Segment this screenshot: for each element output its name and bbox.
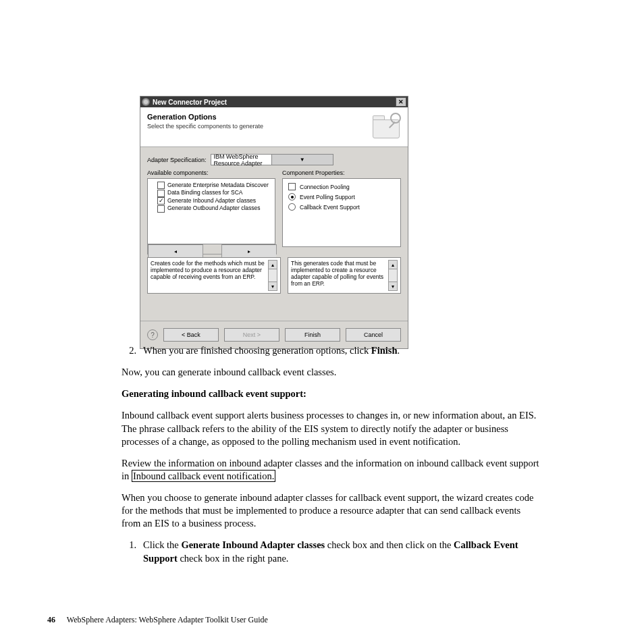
footer-title: WebSphere Adapters: WebSphere Adapter To…	[67, 615, 268, 624]
tree-item[interactable]: Generate Enterprise Metadata Discover	[151, 182, 272, 189]
cancel-button[interactable]: Cancel	[346, 328, 401, 342]
vertical-scrollbar[interactable]: ▴ ▾	[388, 260, 398, 291]
spec-label: Adapter Specification:	[147, 157, 207, 163]
prop-item[interactable]: Event Polling Support	[288, 193, 395, 200]
available-components-tree[interactable]: Generate Enterprise Metadata Discover Da…	[147, 178, 275, 244]
folder-icon	[371, 113, 401, 140]
spec-value: IBM WebSphere Resource Adapter	[211, 153, 272, 167]
titlebar: New Connector Project ✕	[140, 97, 408, 107]
wizard-title: Generation Options	[147, 113, 371, 121]
page-number: 46	[47, 615, 55, 624]
checkbox[interactable]	[288, 183, 296, 190]
tree-item[interactable]: ✓ Generate Inbound Adapter classes	[151, 197, 272, 205]
paragraph: Inbound callback event support alerts bu…	[122, 409, 540, 448]
spec-select[interactable]: IBM WebSphere Resource Adapter ▼	[211, 154, 333, 165]
help-icon[interactable]: ?	[147, 329, 158, 340]
next-button[interactable]: Next >	[224, 328, 279, 342]
properties-label: Component Properties:	[282, 169, 401, 176]
chevron-down-icon[interactable]: ▼	[271, 155, 333, 165]
close-icon[interactable]: ✕	[396, 97, 406, 107]
back-button[interactable]: < Back	[163, 328, 219, 342]
wizard-header: Generation Options Select the specific c…	[140, 107, 408, 146]
horizontal-scrollbar[interactable]: ◂ ▸	[147, 244, 277, 254]
heading: Generating inbound callback event suppor…	[122, 387, 540, 400]
prop-item[interactable]: Connection Pooling	[288, 183, 395, 190]
document-body: 2. When you are finished choosing genera…	[122, 344, 540, 565]
tree-item[interactable]: Data Binding classes for SCA	[151, 189, 272, 196]
scroll-down-icon[interactable]: ▾	[268, 281, 277, 291]
tree-item[interactable]: Generate Outbound Adapter classes	[151, 205, 272, 212]
radio-selected[interactable]	[288, 193, 296, 200]
step-number: 2.	[122, 344, 143, 357]
vertical-scrollbar[interactable]: ▴ ▾	[268, 260, 277, 291]
new-connector-dialog: New Connector Project ✕ Generation Optio…	[140, 96, 408, 349]
checkbox[interactable]	[157, 190, 165, 197]
checkbox-checked[interactable]: ✓	[157, 197, 165, 205]
radio[interactable]	[288, 203, 296, 211]
step-number: 1.	[122, 539, 143, 564]
scroll-up-icon[interactable]: ▴	[268, 260, 277, 269]
window-title: New Connector Project	[153, 99, 227, 106]
checkbox[interactable]	[157, 182, 165, 189]
paragraph: Review the information on inbound adapte…	[122, 457, 540, 483]
scroll-down-icon[interactable]: ▾	[388, 281, 398, 291]
scroll-right-icon[interactable]: ▸	[221, 244, 276, 258]
scroll-up-icon[interactable]: ▴	[388, 260, 398, 269]
page-footer: 46 WebSphere Adapters: WebSphere Adapter…	[47, 615, 268, 625]
available-label: Available components:	[147, 169, 275, 176]
finish-button[interactable]: Finish	[285, 328, 340, 342]
scroll-left-icon[interactable]: ◂	[148, 244, 203, 258]
component-properties: Connection Pooling Event Polling Support…	[282, 178, 401, 247]
right-description: This generates code that must be impleme…	[288, 257, 401, 294]
left-description: Creates code for the methods which must …	[147, 257, 281, 294]
inbound-callback-link[interactable]: Inbound callback event notification.	[132, 470, 275, 482]
prop-item[interactable]: Callback Event Support	[288, 203, 395, 211]
app-icon	[142, 98, 150, 106]
paragraph: When you choose to generate inbound adap…	[122, 491, 540, 530]
checkbox[interactable]	[157, 205, 165, 213]
wizard-subtitle: Select the specific components to genera…	[147, 123, 371, 130]
paragraph: Now, you can generate inbound callback e…	[122, 366, 540, 379]
